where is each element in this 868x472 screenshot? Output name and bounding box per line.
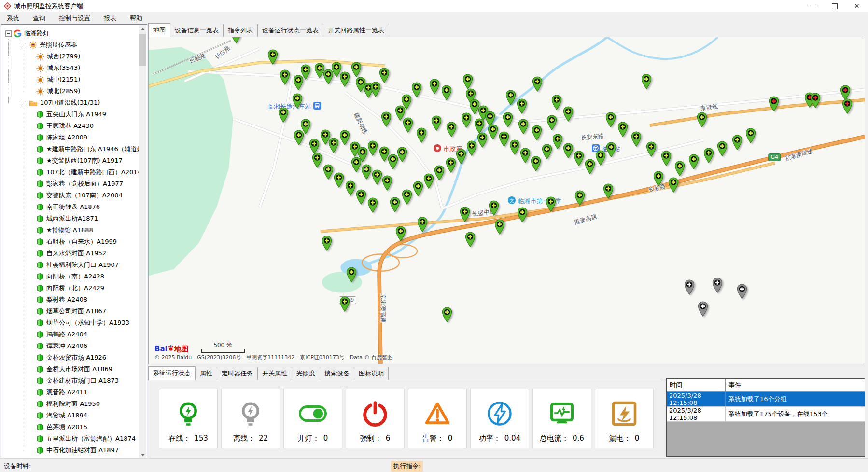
menu-item-控制与设置[interactable]: 控制与设置 [52, 13, 97, 24]
tree-node[interactable]: 陈家组 A2009 [1, 132, 139, 143]
map-pin-online[interactable] [546, 196, 557, 214]
map-pin-online[interactable] [716, 141, 728, 158]
tree-node[interactable]: 鸿鹤路 A2404 [1, 329, 139, 340]
map-pin-online[interactable] [603, 183, 614, 201]
map-pin-online[interactable] [423, 173, 434, 191]
event-row[interactable]: 2025/3/28 12:15:08系统加载了175个设备，在线153个 [667, 407, 865, 422]
tab-view-4[interactable]: 开关回路属性一览表 [323, 24, 389, 37]
tree-node[interactable]: 临湘路灯 [1, 28, 139, 39]
map-pin-online[interactable] [488, 200, 499, 218]
map-pin-online[interactable] [334, 172, 345, 190]
map-pin-online[interactable] [322, 236, 333, 253]
map-pin-online[interactable] [434, 165, 445, 182]
map-pin-online[interactable] [531, 156, 542, 173]
map-pin-alarm[interactable] [768, 96, 779, 113]
map-pin-online[interactable] [697, 112, 708, 129]
tree-scrollbar[interactable] [139, 25, 146, 458]
tab-view-1[interactable]: 设备信息一览表 [170, 24, 224, 37]
tree-expand-toggle[interactable] [21, 42, 27, 48]
menu-item-查询[interactable]: 查询 [26, 13, 52, 24]
map-pin-alarm[interactable] [842, 98, 853, 116]
map-pin-online[interactable] [300, 64, 311, 82]
tree-expand-toggle[interactable] [21, 100, 27, 106]
map-pin-online[interactable] [381, 111, 392, 129]
map-pin-online[interactable] [455, 149, 466, 166]
tree-node[interactable]: 福利院对面 A1950 [1, 398, 139, 410]
map-pin-online[interactable] [328, 138, 339, 155]
map-pin-online[interactable] [445, 157, 456, 175]
scrollbar-thumb[interactable] [139, 34, 146, 66]
map-view[interactable]: 长白路长盛路建新南路京港线长安东路京港澳高速长盛路长盛中路港澳高速京港澳高速G4… [148, 37, 865, 364]
close-button[interactable]: ✕ [846, 0, 868, 12]
map-pin-offline[interactable] [684, 279, 695, 297]
map-pin-online[interactable] [466, 140, 477, 158]
map-pin-online[interactable] [674, 161, 686, 178]
map-pin-online[interactable] [732, 135, 743, 152]
tree-node[interactable]: ★博物馆 A1888 [1, 224, 139, 236]
map-pin-online[interactable] [411, 82, 422, 99]
tree-node[interactable]: 芭茅塘 A2015 [1, 421, 139, 433]
map-pin-online[interactable] [605, 112, 616, 129]
map-pin-online[interactable] [356, 189, 367, 207]
map-pin-online[interactable] [230, 37, 241, 45]
map-pin-online[interactable] [381, 175, 392, 193]
maximize-button[interactable] [824, 0, 846, 12]
map-pin-online[interactable] [464, 232, 476, 249]
map-pin-online[interactable] [323, 164, 334, 181]
map-pin-online[interactable] [292, 93, 303, 111]
menu-item-帮助[interactable]: 帮助 [123, 13, 149, 24]
tree-node[interactable]: 谭家冲 A2406 [1, 340, 139, 352]
tab-status-6[interactable]: 图标说明 [354, 367, 389, 380]
map-pin-online[interactable] [551, 95, 562, 112]
map-pin-online[interactable] [546, 115, 557, 132]
tree-node[interactable]: 向阳桥（南）A2428 [1, 271, 139, 282]
tree-expand-toggle[interactable] [5, 30, 12, 37]
map-pin-online[interactable] [417, 217, 428, 234]
tree-node[interactable]: 彭家巷（党校后面）A1977 [1, 178, 139, 190]
map-pin-online[interactable] [346, 267, 357, 284]
map-pin-online[interactable] [378, 68, 390, 85]
tree-node[interactable]: ★交警队西(107南) A1917 [1, 155, 139, 167]
map-pin-offline[interactable] [697, 301, 708, 319]
menu-item-报表[interactable]: 报表 [97, 13, 123, 24]
tree-node[interactable]: 城西(2799) [1, 51, 139, 62]
map-pin-online[interactable] [441, 85, 452, 102]
tab-status-1[interactable]: 属性 [195, 367, 217, 380]
tab-status-4[interactable]: 光照度 [292, 367, 320, 380]
map-pin-online[interactable] [460, 207, 471, 224]
map-pin-online[interactable] [345, 180, 356, 198]
tree-node[interactable]: 107国道沿线(31/31) [1, 97, 139, 109]
tree-node[interactable]: 107北（建新中路路口西）A2014 [1, 167, 139, 178]
map-pin-online[interactable] [311, 153, 322, 170]
tree-node[interactable]: 汽贸城 A1894 [1, 410, 139, 421]
map-pin-online[interactable] [646, 141, 657, 159]
tree-node[interactable]: 王家珑巷 A2430 [1, 120, 139, 132]
tree-node[interactable]: 五里派出所（富源汽配）A1874 [1, 433, 139, 444]
event-log-table[interactable]: 时间 事件 2025/3/28 12:15:08系统加载了16个分组2025/3… [666, 378, 865, 457]
map-pin-online[interactable] [367, 197, 378, 215]
map-pin-online[interactable] [563, 143, 574, 160]
map-pin-online[interactable] [351, 157, 362, 174]
map-pin-online[interactable] [574, 190, 585, 208]
tree-node[interactable]: 金桥农贸市场 A1926 [1, 352, 139, 363]
map-pin-online[interactable] [653, 171, 664, 188]
map-pin-online[interactable] [595, 150, 606, 167]
map-pin-online[interactable] [494, 219, 505, 236]
map-pin-online[interactable] [429, 79, 440, 96]
map-pin-online[interactable] [516, 98, 527, 116]
map-pin-offline[interactable] [712, 278, 723, 295]
map-pin-online[interactable] [541, 144, 552, 161]
tree-node[interactable]: 向阳桥（北）A2429 [1, 282, 139, 294]
tree-node[interactable]: 光照度传感器 [1, 39, 139, 51]
map-pin-online[interactable] [402, 189, 413, 207]
map-pin-offline[interactable] [737, 284, 748, 301]
map-pin-online[interactable] [518, 119, 529, 136]
event-row[interactable]: 2025/3/28 12:15:08系统加载了16个分组 [667, 392, 865, 407]
map-pin-online[interactable] [531, 125, 542, 142]
tree-node[interactable]: 烟草公司对面 A1867 [1, 305, 139, 317]
map-pin-online[interactable] [416, 127, 427, 145]
map-pin-online[interactable] [294, 130, 305, 147]
tree-node[interactable]: 烟草公司（求知中学）A1933 [1, 317, 139, 329]
map-pin-online[interactable] [267, 49, 278, 67]
map-pin-online[interactable] [367, 140, 378, 158]
